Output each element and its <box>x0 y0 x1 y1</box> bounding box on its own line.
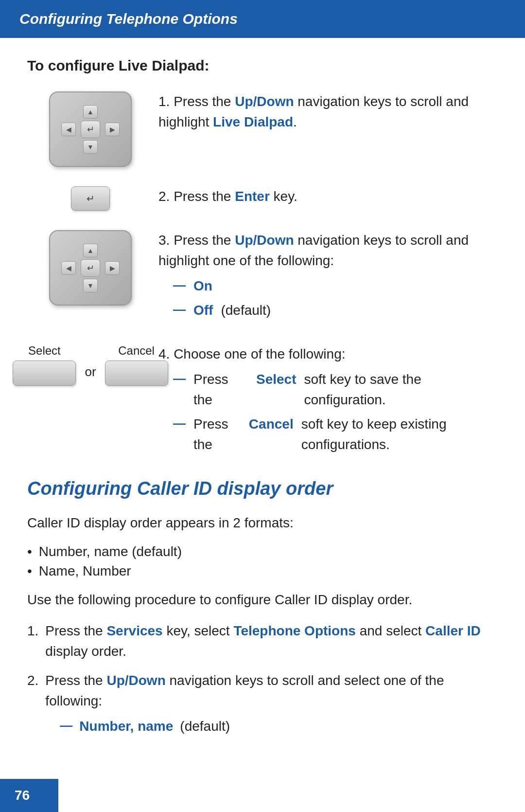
section2-heading: Configuring Caller ID display order <box>27 478 498 499</box>
arrow-up-2: ▲ <box>83 244 98 257</box>
main-content: To configure Live Dialpad: ▲ ◀ ↵ ▶ ▼ <box>0 57 525 794</box>
step-3-sublist: On Off (default) <box>173 276 498 321</box>
s2-sub-suffix: (default) <box>180 716 230 737</box>
s2-sub-number-name: Number, name (default) <box>60 716 498 737</box>
s2-sub-link: Number, name <box>79 716 173 737</box>
step-2-link1: Enter <box>235 189 270 204</box>
s2-step1-suffix: display order. <box>45 644 126 659</box>
step-4-cancel-prefix: Press the <box>193 414 241 455</box>
s2-step1-link3: Caller ID <box>425 623 481 638</box>
step-2-number: 2. <box>158 189 174 204</box>
s2-step1-num: 1. <box>27 621 38 641</box>
s2-step1-prefix: Press the <box>45 623 106 638</box>
step-3-prefix: Press the <box>174 233 235 248</box>
step-4-select-prefix: Press the <box>193 369 248 410</box>
page-number: 76 <box>15 788 30 803</box>
s2-step1-mid1: key, select <box>163 623 234 638</box>
step-1-link2: Live Dialpad <box>213 114 293 129</box>
arrow-right: ▶ <box>105 123 120 136</box>
step-3-image: ▲ ◀ ↵ ▶ ▼ <box>27 230 154 306</box>
step-3-sub-on: On <box>173 276 498 296</box>
s2-step2-link1: Up/Down <box>106 673 165 688</box>
step-3-link1: Up/Down <box>235 233 294 248</box>
bullet-item-2: Name, Number <box>27 563 498 579</box>
s2-step1-text: Press the Services key, select Telephone… <box>45 621 498 662</box>
s2-step1-link2: Telephone Options <box>233 623 355 638</box>
step-1-number: 1. <box>158 94 174 109</box>
section2-step-1: 1. Press the Services key, select Teleph… <box>27 621 498 662</box>
step-4-sub-cancel: Press the Cancel soft key to keep existi… <box>173 414 498 455</box>
nav-pad-image-2: ▲ ◀ ↵ ▶ ▼ <box>49 230 132 306</box>
step-4-select-suffix: soft key to save the configuration. <box>304 369 498 410</box>
arrow-left: ◀ <box>61 123 76 136</box>
step-2-prefix: Press the <box>174 189 235 204</box>
step-1-text: 1. Press the Up/Down navigation keys to … <box>154 91 498 132</box>
step-4-text: 4. Choose one of the following: Press th… <box>154 344 498 459</box>
center-enter: ↵ <box>81 121 100 138</box>
step-2-row: ↵ 2. Press the Enter key. <box>27 186 498 211</box>
center-enter-2: ↵ <box>81 259 100 277</box>
step-4-cancel-link: Cancel <box>249 414 294 434</box>
softkey-row: Select or Cancel <box>13 344 168 386</box>
select-label: Select <box>28 344 61 358</box>
step-2-content: 2. Press the Enter key. <box>158 186 498 207</box>
step-4-intro: 4. Choose one of the following: <box>158 344 498 364</box>
select-button[interactable] <box>13 361 76 386</box>
step-4-row: Select or Cancel 4. Choose one of the fo… <box>27 344 498 459</box>
section1-title: To configure Live Dialpad: <box>27 57 498 74</box>
step-2-image: ↵ <box>27 186 154 211</box>
section2-procedure-text: Use the following procedure to configure… <box>27 590 498 610</box>
s2-step2-text: Press the Up/Down navigation keys to scr… <box>45 670 498 745</box>
step-4-image: Select or Cancel <box>27 344 154 386</box>
step-3-content: 3. Press the Up/Down navigation keys to … <box>158 230 498 271</box>
step-3-off-label: Off <box>193 300 213 321</box>
step-1-prefix: Press the <box>174 94 235 109</box>
step-2-suffix: key. <box>270 189 298 204</box>
step-1-content: 1. Press the Up/Down navigation keys to … <box>158 91 498 132</box>
section2-step-2: 2. Press the Up/Down navigation keys to … <box>27 670 498 745</box>
step-3-row: ▲ ◀ ↵ ▶ ▼ 3. Press the Up/Down navigatio… <box>27 230 498 325</box>
step-4-number: 4. <box>158 346 174 361</box>
page-header: Configuring Telephone Options <box>0 0 525 38</box>
arrow-up: ▲ <box>83 105 98 119</box>
section2-intro: Caller ID display order appears in 2 for… <box>27 513 498 533</box>
s2-step2-sublist: Number, name (default) <box>60 716 498 737</box>
step-4-select-link: Select <box>256 369 297 390</box>
step-1-image: ▲ ◀ ↵ ▶ ▼ <box>27 91 154 167</box>
step-1-row: ▲ ◀ ↵ ▶ ▼ 1. Press the Up/Down navigatio… <box>27 91 498 167</box>
step-4-sub-select: Press the Select soft key to save the co… <box>173 369 498 410</box>
step-4-prefix: Choose one of the following: <box>174 346 345 361</box>
arrow-right-2: ▶ <box>105 261 120 275</box>
arrow-left-2: ◀ <box>61 261 76 275</box>
step-1-suffix: . <box>293 114 297 129</box>
step-3-number: 3. <box>158 233 174 248</box>
step-3-sub-off: Off (default) <box>173 300 498 321</box>
step-3-text: 3. Press the Up/Down navigation keys to … <box>154 230 498 325</box>
select-group: Select <box>13 344 76 386</box>
step-4-sublist: Press the Select soft key to save the co… <box>173 369 498 455</box>
step-2-text: 2. Press the Enter key. <box>154 186 498 207</box>
s2-step2-num: 2. <box>27 670 38 691</box>
bullet-item-1: Number, name (default) <box>27 544 498 559</box>
enter-key-image: ↵ <box>71 186 110 211</box>
section2-bullet-list: Number, name (default) Name, Number <box>27 544 498 579</box>
nav-pad-image-1: ▲ ◀ ↵ ▶ ▼ <box>49 91 132 167</box>
arrow-down-2: ▼ <box>83 279 98 292</box>
or-label: or <box>85 364 96 379</box>
section2-steps: 1. Press the Services key, select Teleph… <box>27 621 498 745</box>
cancel-label: Cancel <box>118 344 155 358</box>
s2-step1-link1: Services <box>106 623 162 638</box>
s2-step1-mid2: and select <box>356 623 425 638</box>
header-title: Configuring Telephone Options <box>19 11 238 27</box>
step-1-link1: Up/Down <box>235 94 294 109</box>
step-3-off-suffix: (default) <box>221 300 271 321</box>
s2-step2-prefix: Press the <box>45 673 106 688</box>
step-3-on-label: On <box>193 276 212 296</box>
page-footer: 76 <box>0 779 58 812</box>
step-4-cancel-suffix: soft key to keep existing configurations… <box>301 414 498 455</box>
arrow-down: ▼ <box>83 140 98 154</box>
